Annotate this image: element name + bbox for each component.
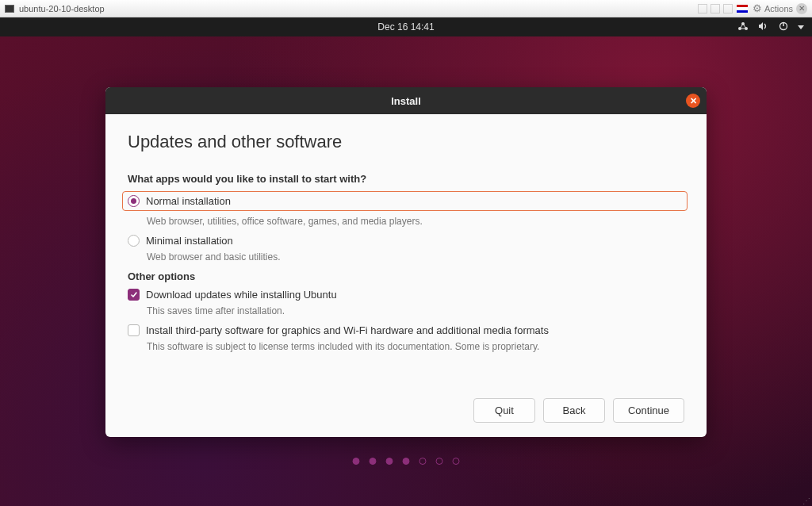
close-icon[interactable]: ✕: [686, 94, 700, 108]
vm-toolbar-icon-3[interactable]: [723, 4, 733, 13]
radio-minimal-installation[interactable]: Minimal installation: [128, 235, 684, 247]
gnome-topbar: Dec 16 14:41: [0, 17, 812, 36]
checkbox-third-party-label: Install third-party software for graphic…: [146, 324, 549, 336]
chevron-down-icon[interactable]: [798, 21, 804, 33]
page-heading: Updates and other software: [128, 132, 684, 152]
progress-dot-6: [436, 458, 443, 465]
vm-tab-name: ubuntu-20-10-desktop: [19, 4, 105, 13]
keyboard-layout-flag-icon[interactable]: [737, 5, 748, 13]
checkbox-download-updates-label: Download updates while installing Ubuntu: [146, 289, 337, 301]
resize-grip-icon[interactable]: ⋰: [801, 495, 812, 506]
checkbox-download-updates[interactable]: Download updates while installing Ubuntu: [128, 289, 684, 301]
topbar-status-area[interactable]: [737, 17, 804, 36]
progress-dot-2: [370, 458, 377, 465]
topbar-clock[interactable]: Dec 16 14:41: [377, 21, 434, 33]
radio-normal-installation-indicator: [128, 195, 140, 207]
install-dialog: Install ✕ Updates and other software Wha…: [105, 87, 707, 437]
dialog-titlebar: Install ✕: [105, 87, 707, 114]
progress-dot-7: [453, 458, 460, 465]
dialog-actions: Quit Back Continue: [128, 398, 684, 423]
radio-minimal-installation-desc: Web browser and basic utilities.: [147, 251, 684, 263]
progress-dot-1: [353, 458, 360, 465]
vm-toolbar-icon-2[interactable]: [710, 4, 720, 13]
radio-normal-installation-label: Normal installation: [146, 195, 231, 207]
vm-actions-label[interactable]: Actions: [764, 4, 793, 13]
network-icon[interactable]: [737, 21, 749, 33]
progress-dot-5: [419, 458, 427, 465]
vm-close-icon[interactable]: ✕: [796, 3, 807, 14]
radio-minimal-installation-label: Minimal installation: [146, 235, 233, 247]
radio-normal-installation-desc: Web browser, utilities, office software,…: [147, 216, 684, 227]
gear-icon[interactable]: ⚙: [753, 2, 762, 14]
checkbox-download-updates-indicator: [128, 289, 140, 301]
console-icon: [5, 5, 14, 13]
progress-dot-4: [403, 458, 410, 465]
dialog-body: Updates and other software What apps wou…: [105, 114, 707, 437]
checkbox-third-party-desc: This software is subject to license term…: [147, 341, 684, 352]
other-options-heading: Other options: [128, 270, 684, 282]
vm-host-titlebar: ubuntu-20-10-desktop ⚙ Actions ✕: [0, 0, 812, 17]
continue-button[interactable]: Continue: [613, 398, 684, 423]
guest-desktop: Dec 16 14:41 Install ✕ Updates and other…: [0, 17, 812, 506]
back-button[interactable]: Back: [543, 398, 605, 423]
install-type-question: What apps would you like to install to s…: [128, 173, 684, 185]
radio-minimal-installation-indicator: [128, 235, 140, 247]
progress-dots: [353, 458, 460, 465]
checkbox-third-party[interactable]: Install third-party software for graphic…: [128, 324, 684, 336]
quit-button[interactable]: Quit: [473, 398, 535, 423]
checkbox-third-party-indicator: [128, 324, 140, 336]
radio-normal-installation[interactable]: Normal installation: [122, 191, 688, 211]
progress-dot-3: [386, 458, 393, 465]
checkbox-download-updates-desc: This saves time after installation.: [147, 305, 684, 316]
power-icon[interactable]: [779, 21, 788, 33]
vm-toolbar-icon-1[interactable]: [698, 4, 707, 13]
dialog-title-text: Install: [391, 95, 421, 107]
volume-icon[interactable]: [758, 21, 769, 33]
